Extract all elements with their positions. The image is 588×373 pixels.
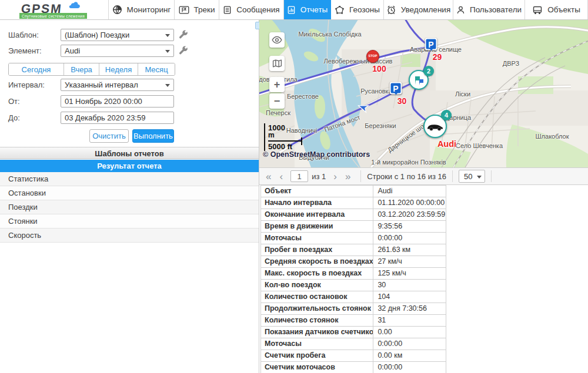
parking-marker-29[interactable]: P 29 (431, 44, 443, 56)
map-attribution[interactable]: © OpenStreetMap contributors (263, 150, 370, 159)
report-item[interactable]: Остановки (0, 186, 259, 200)
table-row-value: 9:35:56 (373, 221, 446, 233)
first-page-button[interactable]: « (262, 172, 275, 182)
cluster-marker[interactable]: 2 (419, 80, 439, 100)
table-row-value: 0:00:00 (373, 362, 446, 373)
table-row-value: 0:00:00 (373, 338, 446, 350)
table-row-value: Audi (373, 186, 446, 197)
to-date-input[interactable]: 03 Декабрь 2020 23:59 (61, 112, 174, 124)
tab-label: Уведомления (401, 5, 450, 14)
table-row-value: 32 дня 7:30:56 (373, 303, 446, 315)
stop-icon: STOP (366, 50, 379, 63)
map-place-label: ДВРЗ (503, 60, 520, 67)
table-row-label: Окончание интервала (261, 209, 373, 221)
to-label: До: (8, 112, 20, 124)
clear-button[interactable]: Очистить (89, 129, 129, 143)
table-row: Пробег в поездках261.63 км (261, 244, 446, 256)
map-place-label: Микільська Слобідка (298, 31, 361, 38)
zoom-out-button[interactable]: − (269, 93, 285, 109)
vehicle-marker-audi[interactable]: 4 Audi (435, 126, 459, 150)
quick-range-1-button[interactable]: Сегодня (9, 63, 64, 75)
quick-range-2-button[interactable]: Вчера (64, 63, 99, 75)
tab-tracks[interactable]: Треки (175, 0, 219, 19)
zoom-in-button[interactable]: + (269, 77, 285, 92)
map-place-label: Печерск (266, 109, 290, 116)
report-sidebar: Шаблон: (Шаблон) Поездки Элемент: Audi С… (0, 20, 259, 373)
template-configure-wrench-icon[interactable] (178, 29, 190, 41)
tab-geozones[interactable]: Геозоны (331, 0, 384, 19)
table-row-label: Количество стоянок (261, 315, 373, 327)
run-button[interactable]: Выполнить (132, 129, 174, 143)
table-row-label: Показания датчиков счетчиков (261, 327, 373, 338)
tab-reports[interactable]: Отчеты (284, 0, 331, 19)
vehicle-icon (532, 5, 543, 15)
tab-objects[interactable]: Объекты (525, 0, 588, 19)
table-row: Начало интервала01.11.2020 00:00:00 (261, 197, 446, 209)
report-statistics-table: ОбъектAudiНачало интервала01.11.2020 00:… (260, 185, 446, 373)
report-item[interactable]: Скорость (0, 228, 259, 243)
table-row-label: Начало интервала (261, 197, 373, 209)
pagination-bar: « ‹ из 1 › » Строки с 1 по 16 из 16 50 (259, 167, 588, 185)
map-canvas[interactable]: Микільська СлобідкаЛевобережный массивРу… (259, 20, 588, 167)
tab-label: Пользователи (470, 5, 522, 14)
map-layers-button[interactable] (269, 56, 285, 71)
table-row-label: Пробег в поездках (261, 244, 373, 256)
table-row-label: Моточасы (261, 338, 373, 350)
table-row-label: Счетчик пробега (261, 350, 373, 362)
from-date-input[interactable]: 01 Ноябрь 2020 00:00 (61, 95, 174, 107)
tracks-icon (179, 5, 189, 15)
table-row-value: 0.00 км (373, 350, 446, 362)
tab-messages[interactable]: Сообщения (219, 0, 284, 19)
table-row-label: Средняя скорость в поездках (261, 256, 373, 268)
parking-marker-30[interactable]: P 30 (396, 88, 408, 100)
table-row-value: 104 (373, 291, 446, 303)
table-row-value: 261.63 км (373, 244, 446, 256)
tab-label: Треки (194, 5, 215, 14)
tab-label: Мониторинг (127, 5, 171, 14)
table-row-value: 30 (373, 280, 446, 291)
tab-users[interactable]: Пользователи (453, 0, 525, 19)
table-row: Счетчик моточасов0:00:00 (261, 362, 446, 373)
table-row-label: Количество остановок (261, 291, 373, 303)
map-place-label: Берестове (287, 93, 319, 100)
tab-notifications[interactable]: Уведомления (384, 0, 453, 19)
template-select[interactable]: (Шаблон) Поездки (61, 29, 174, 41)
geofence-icon (335, 5, 345, 15)
globe-icon (112, 5, 122, 15)
report-result-section[interactable]: Результат отчета (0, 160, 259, 172)
top-nav: GPSM Спутниковые системы слежения Монито… (0, 0, 588, 20)
table-row: Время в движении9:35:56 (261, 221, 446, 233)
last-page-button[interactable]: » (341, 172, 355, 182)
chevron-down-icon (165, 34, 170, 37)
table-row: Счетчик пробега0.00 км (261, 350, 446, 362)
table-row-label: Объект (261, 186, 373, 197)
quick-range-3-button[interactable]: Неделя (99, 63, 138, 75)
report-templates-section[interactable]: Шаблоны отчетов (0, 147, 259, 159)
next-page-button[interactable]: › (329, 172, 341, 182)
interval-select[interactable]: Указанный интервал (61, 79, 174, 91)
tab-label: Объекты (547, 5, 580, 14)
app-logo: GPSM Спутниковые системы слежения (0, 0, 109, 19)
table-row-value: 27 км/ч (373, 256, 446, 268)
report-item[interactable]: Поездки (0, 200, 259, 214)
table-row-label: Счетчик моточасов (261, 362, 373, 373)
element-select[interactable]: Audi (61, 45, 174, 57)
tab-label: Отчеты (300, 5, 328, 14)
tab-monitoring[interactable]: Мониторинг (109, 0, 175, 19)
visibility-eye-button[interactable] (269, 32, 285, 48)
table-row-value: 03.12.2020 23:59:59 (373, 209, 446, 221)
page-size-select[interactable]: 50 (459, 170, 485, 183)
eye-icon (272, 35, 282, 45)
map-place-label: Березняки (365, 122, 396, 129)
element-configure-wrench-icon[interactable] (178, 45, 190, 57)
table-row: Средняя скорость в поездках27 км/ч (261, 256, 446, 268)
prev-page-button[interactable]: ‹ (275, 172, 287, 182)
stop-marker[interactable]: STOP 100 (373, 56, 386, 69)
report-item[interactable]: Стоянки (0, 214, 259, 228)
map-scale-bar: 1000 m 5000 ft (264, 123, 304, 151)
page-number-input[interactable] (290, 170, 308, 182)
quick-range-4-button[interactable]: Месяц (138, 63, 175, 75)
nav-tabs: МониторингТрекиСообщенияОтчетыГеозоныУве… (109, 0, 588, 19)
table-row-label: Время в движении (261, 221, 373, 233)
report-item[interactable]: Статистика (0, 172, 259, 186)
